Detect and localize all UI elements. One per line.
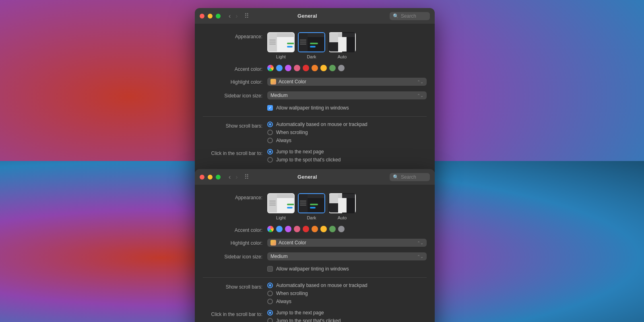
accent-blue-bottom[interactable] [276, 226, 283, 232]
highlight-color-row-top: Highlight color: Accent Color ⌃⌄ [203, 78, 427, 86]
click-scroll-label-bottom: Click in the scroll bar to: [203, 310, 267, 317]
highlight-value-bottom: Accent Color [279, 240, 415, 246]
maximize-button-bottom[interactable] [216, 175, 221, 180]
click-spot-row-bottom[interactable]: Jump to the spot that's clicked [267, 318, 427, 322]
appearance-row-bottom: Appearance: [203, 193, 427, 220]
click-next-label-bottom: Jump to the next page [276, 310, 324, 316]
scroll-bars-label-top: Show scroll bars: [203, 122, 267, 129]
appearance-options-bottom: Light [267, 193, 427, 220]
scroll-scrolling-label-bottom: When scrolling [276, 291, 308, 296]
click-next-row-top[interactable]: Jump to the next page [267, 149, 427, 155]
search-box-top[interactable]: 🔍 Search [390, 12, 430, 20]
maximize-button-top[interactable] [216, 14, 221, 19]
wallpaper-label-bottom [203, 266, 267, 268]
click-scroll-options-bottom: Jump to the next page Jump to the spot t… [267, 310, 427, 322]
scroll-always-radio-bottom[interactable] [267, 299, 273, 304]
accent-green-top[interactable] [329, 65, 336, 71]
wallpaper-checkbox-row-bottom: Allow wallpaper tinting in windows [267, 266, 427, 272]
thumb-sidebar-auto-b [329, 194, 338, 213]
accent-blue-top[interactable] [276, 65, 283, 71]
click-spot-radio-bottom[interactable] [267, 318, 273, 322]
appearance-auto-top[interactable]: Auto [328, 32, 356, 59]
minimize-button-bottom[interactable] [208, 175, 213, 180]
click-spot-radio-top[interactable] [267, 157, 273, 163]
accent-purple-top[interactable] [285, 65, 291, 71]
accent-graphite-top[interactable] [338, 65, 345, 71]
appearance-dark-top[interactable]: Dark [298, 32, 325, 59]
scroll-bars-label-bottom: Show scroll bars: [203, 283, 267, 290]
accent-color-control-top [267, 65, 427, 71]
accent-red-top[interactable] [303, 65, 309, 71]
scroll-auto-label-top: Automatically based on mouse or trackpad [276, 122, 367, 127]
scroll-bars-row-top: Show scroll bars: Automatically based on… [203, 122, 427, 143]
click-next-row-bottom[interactable]: Jump to the next page [267, 310, 427, 316]
accent-multicolor-bottom[interactable] [267, 226, 274, 232]
accent-orange-top[interactable] [312, 65, 318, 71]
click-next-radio-top[interactable] [267, 149, 273, 155]
click-spot-row-top[interactable]: Jump to the spot that's clicked [267, 157, 427, 163]
scroll-auto-radio-bottom[interactable] [267, 283, 273, 288]
accent-orange-bottom[interactable] [312, 226, 318, 232]
wallpaper-checkbox-bottom[interactable] [267, 266, 273, 272]
wallpaper-checkbox-row-top: ✓ Allow wallpaper tinting in windows [267, 105, 427, 111]
scroll-always-radio-top[interactable] [267, 138, 273, 143]
appearance-dark-bottom[interactable]: Dark [298, 193, 325, 220]
sidebar-icon-control-bottom: Medium ⌃⌄ [267, 252, 427, 260]
sidebar-icon-dropdown-bottom[interactable]: Medium ⌃⌄ [267, 252, 427, 260]
scroll-always-row-top[interactable]: Always [267, 138, 427, 143]
thumb-sidebar-light [268, 33, 277, 52]
accent-yellow-bottom[interactable] [320, 226, 327, 232]
close-button-bottom[interactable] [200, 175, 204, 180]
scroll-auto-row-bottom[interactable]: Automatically based on mouse or trackpad [267, 283, 427, 288]
appearance-thumb-auto-bottom [328, 193, 356, 213]
accent-pink-bottom[interactable] [294, 226, 300, 232]
scroll-bars-options-top: Automatically based on mouse or trackpad… [267, 122, 427, 143]
wallpaper-control-top: ✓ Allow wallpaper tinting in windows [267, 105, 427, 111]
click-spot-label-bottom: Jump to the spot that's clicked [276, 318, 341, 322]
close-button-top[interactable] [200, 14, 204, 19]
appearance-light-bottom[interactable]: Light [267, 193, 295, 220]
search-icon-top: 🔍 [393, 13, 399, 19]
accent-pink-top[interactable] [294, 65, 300, 71]
scroll-scrolling-row-bottom[interactable]: When scrolling [267, 291, 427, 296]
wallpaper-checkbox-top[interactable]: ✓ [267, 105, 273, 111]
highlight-color-dropdown-bottom[interactable]: Accent Color ⌃⌄ [267, 239, 427, 247]
accent-colors-bottom [267, 226, 427, 232]
click-scroll-row-top: Click in the scroll bar to: Jump to the … [203, 149, 427, 163]
minimize-button-top[interactable] [208, 14, 213, 19]
accent-color-control-bottom [267, 226, 427, 232]
appearance-thumb-auto-top [328, 32, 356, 52]
highlight-color-control-bottom: Accent Color ⌃⌄ [267, 239, 427, 247]
scroll-scrolling-radio-bottom[interactable] [267, 291, 273, 296]
scroll-auto-label-bottom: Automatically based on mouse or trackpad [276, 283, 367, 288]
accent-purple-bottom[interactable] [285, 226, 291, 232]
scroll-scrolling-radio-top[interactable] [267, 130, 273, 135]
highlight-swatch-top [270, 79, 276, 85]
appearance-light-top[interactable]: Light [267, 32, 295, 59]
sidebar-icon-row-top: Sidebar icon size: Medium ⌃⌄ [203, 91, 427, 99]
appearance-label-light-top: Light [276, 54, 286, 59]
accent-green-bottom[interactable] [329, 226, 336, 232]
thumb-content-light [277, 37, 294, 52]
scroll-auto-radio-top[interactable] [267, 122, 273, 127]
search-box-bottom[interactable]: 🔍 Search [390, 173, 430, 181]
accent-color-label-top: Accent color: [203, 65, 267, 72]
scroll-auto-row-top[interactable]: Automatically based on mouse or trackpad [267, 122, 427, 127]
scroll-always-row-bottom[interactable]: Always [267, 299, 427, 304]
accent-multicolor-top[interactable] [267, 65, 274, 71]
appearance-thumb-dark-top [298, 32, 325, 52]
click-spot-label-top: Jump to the spot that's clicked [276, 157, 341, 163]
highlight-color-dropdown-top[interactable]: Accent Color ⌃⌄ [267, 78, 427, 86]
scroll-bars-row-bottom: Show scroll bars: Automatically based on… [203, 283, 427, 304]
appearance-label-dark-bottom: Dark [307, 215, 316, 220]
window-top: ‹ › ⠿ General 🔍 Search Appearance: [195, 8, 435, 176]
scroll-scrolling-row-top[interactable]: When scrolling [267, 130, 427, 135]
appearance-control-bottom: Light [267, 193, 427, 220]
accent-yellow-top[interactable] [320, 65, 327, 71]
accent-graphite-bottom[interactable] [338, 226, 345, 232]
sidebar-icon-dropdown-top[interactable]: Medium ⌃⌄ [267, 91, 427, 99]
click-next-radio-bottom[interactable] [267, 310, 273, 316]
appearance-auto-bottom[interactable]: Auto [328, 193, 356, 220]
accent-red-bottom[interactable] [303, 226, 309, 232]
sidebar-icon-label-top: Sidebar icon size: [203, 91, 267, 99]
